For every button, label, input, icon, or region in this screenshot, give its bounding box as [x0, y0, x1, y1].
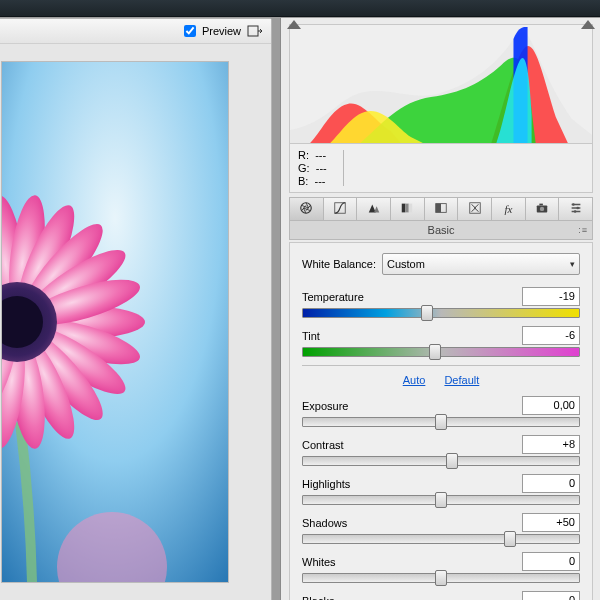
highlights-knob[interactable]	[435, 492, 447, 508]
temperature-input[interactable]: -19	[522, 287, 580, 306]
adjustments-panel: R: --- G: --- B: --- fx Basic :≡ White B…	[280, 18, 600, 600]
whites-label: Whites	[302, 556, 336, 568]
readout-r-label: R:	[298, 149, 309, 161]
svg-point-38	[572, 203, 575, 206]
white-balance-value: Custom	[387, 258, 425, 270]
basic-panel: White Balance: Custom Temperature -19 Ti…	[289, 242, 593, 600]
svg-point-39	[576, 207, 579, 210]
tab-tone-curve[interactable]	[324, 198, 358, 220]
readout-b-value: ---	[315, 175, 326, 187]
grayscale-icon	[399, 201, 415, 217]
histogram[interactable]	[289, 24, 593, 144]
tab-detail[interactable]	[357, 198, 391, 220]
image-view-panel: Preview	[0, 18, 272, 600]
svg-point-27	[301, 203, 312, 214]
blacks-input[interactable]: 0	[522, 591, 580, 600]
blacks-label: Blacks	[302, 595, 334, 601]
exposure-label: Exposure	[302, 400, 348, 412]
highlights-slider[interactable]	[302, 495, 580, 505]
triangles-icon	[366, 201, 382, 217]
tint-knob[interactable]	[429, 344, 441, 360]
shadows-knob[interactable]	[504, 531, 516, 547]
exposure-knob[interactable]	[435, 414, 447, 430]
tab-presets[interactable]	[559, 198, 592, 220]
highlights-label: Highlights	[302, 478, 350, 490]
white-balance-select[interactable]: Custom	[382, 253, 580, 275]
svg-point-40	[574, 210, 577, 213]
tab-camera[interactable]	[526, 198, 560, 220]
aperture-icon	[298, 201, 314, 217]
temperature-slider[interactable]	[302, 308, 580, 318]
readout-g-label: G:	[298, 162, 310, 174]
whites-knob[interactable]	[435, 570, 447, 586]
white-balance-label: White Balance:	[302, 258, 376, 270]
panel-menu-icon[interactable]: :≡	[578, 225, 588, 235]
svg-rect-29	[402, 204, 406, 213]
camera-icon	[534, 201, 550, 217]
tint-label: Tint	[302, 330, 320, 342]
contrast-input[interactable]: +8	[522, 435, 580, 454]
preview-checkbox-input[interactable]	[184, 25, 196, 37]
exposure-input[interactable]: 0,00	[522, 396, 580, 415]
basic-panel-header[interactable]: Basic :≡	[289, 221, 593, 240]
preview-checkbox[interactable]: Preview	[180, 22, 241, 40]
sliders-icon	[568, 201, 584, 217]
lens-icon	[467, 201, 483, 217]
readout-g-value: ---	[316, 162, 327, 174]
svg-rect-30	[406, 204, 410, 213]
default-link[interactable]: Default	[444, 374, 479, 386]
contrast-label: Contrast	[302, 439, 344, 451]
shadows-slider[interactable]	[302, 534, 580, 544]
exposure-slider[interactable]	[302, 417, 580, 427]
basic-header-label: Basic	[428, 224, 455, 236]
adjustment-tabs: fx	[289, 197, 593, 221]
tint-slider[interactable]	[302, 347, 580, 357]
curve-icon	[332, 201, 348, 217]
image-preview[interactable]: (function(){ const g=document.querySelec…	[1, 61, 229, 583]
expand-icon[interactable]	[247, 25, 263, 37]
temperature-label: Temperature	[302, 291, 364, 303]
preview-label: Preview	[202, 25, 241, 37]
contrast-knob[interactable]	[446, 453, 458, 469]
highlights-input[interactable]: 0	[522, 474, 580, 493]
rgb-readout: R: --- G: --- B: ---	[289, 144, 593, 193]
shadows-label: Shadows	[302, 517, 347, 529]
svg-rect-33	[436, 204, 441, 213]
whites-input[interactable]: 0	[522, 552, 580, 571]
tab-fx[interactable]: fx	[492, 198, 526, 220]
fx-icon: fx	[504, 203, 512, 215]
readout-r-value: ---	[315, 149, 326, 161]
svg-rect-37	[539, 204, 543, 206]
svg-point-36	[540, 207, 544, 211]
tint-input[interactable]: -6	[522, 326, 580, 345]
tab-grayscale[interactable]	[391, 198, 425, 220]
svg-rect-31	[409, 204, 413, 213]
image-view-toolbar: Preview	[0, 19, 271, 44]
temperature-knob[interactable]	[421, 305, 433, 321]
tab-lens[interactable]	[458, 198, 492, 220]
shadows-input[interactable]: +50	[522, 513, 580, 532]
app-window: Preview	[0, 0, 600, 600]
whites-slider[interactable]	[302, 573, 580, 583]
split-tone-icon	[433, 201, 449, 217]
contrast-slider[interactable]	[302, 456, 580, 466]
tab-split-tone[interactable]	[425, 198, 459, 220]
auto-link[interactable]: Auto	[403, 374, 426, 386]
readout-b-label: B:	[298, 175, 308, 187]
svg-rect-0	[248, 26, 258, 36]
tab-basic[interactable]	[290, 198, 324, 220]
